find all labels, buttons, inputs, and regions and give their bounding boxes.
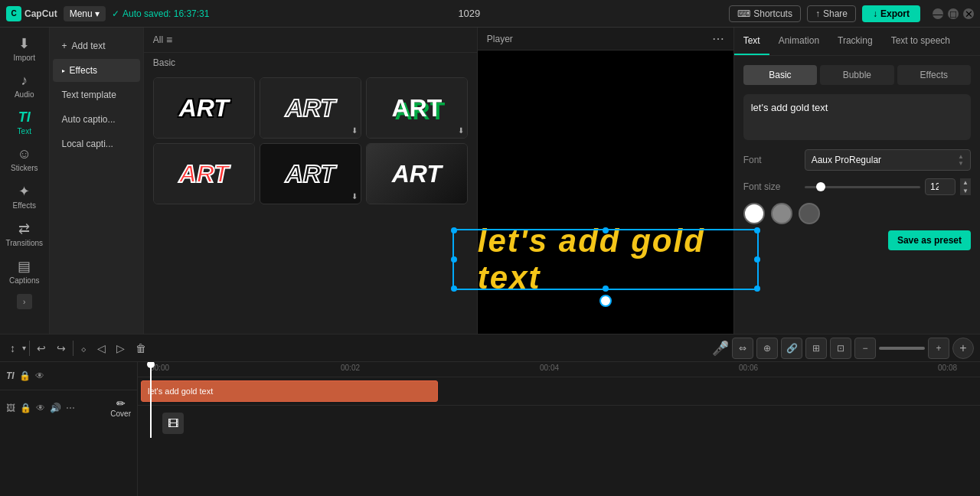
add-text-item[interactable]: + Add text xyxy=(53,34,140,57)
app-name: CapCut xyxy=(24,8,57,19)
right-panel-tabs: Text Animation Tracking Text to speech xyxy=(734,28,980,56)
tab-tracking[interactable]: Tracking xyxy=(828,28,882,55)
redo-button[interactable]: ↪ xyxy=(53,340,70,357)
transitions-tool[interactable]: ⇄ Transitions xyxy=(1,216,48,252)
share-button[interactable]: ↑ Share xyxy=(807,5,856,22)
share-icon: ↑ xyxy=(815,8,820,19)
audio-tool[interactable]: ♪ Audio xyxy=(1,68,48,103)
zoom-in-btn[interactable]: + xyxy=(928,338,949,359)
ruler-mark-1: 00:02 xyxy=(341,364,360,372)
font-size-input[interactable] xyxy=(925,178,956,195)
font-size-slider[interactable] xyxy=(805,186,920,188)
sub-tab-effects[interactable]: Effects xyxy=(897,65,971,85)
font-size-row: Font size ▲ ▼ xyxy=(743,178,971,195)
keyboard-icon: ⌨ xyxy=(737,8,750,19)
divider-2 xyxy=(73,341,74,356)
local-caption-item[interactable]: Local capti... xyxy=(53,132,140,155)
all-filter-button[interactable]: All ≡ xyxy=(153,34,173,46)
select-tool-arrow[interactable]: ▾ xyxy=(22,344,26,352)
color-white[interactable] xyxy=(743,203,765,224)
text-track-header: TI 🔒 👁 xyxy=(0,362,137,390)
text-icon: TI xyxy=(18,109,31,126)
more-options-btn[interactable]: ⊡ xyxy=(830,338,851,359)
close-button[interactable]: ✕ xyxy=(963,8,974,19)
tab-text-to-speech[interactable]: Text to speech xyxy=(882,28,959,55)
color-dark[interactable] xyxy=(799,203,820,224)
snap-icon-btn[interactable]: ⇔ xyxy=(732,338,753,359)
font-arrows: ▲ ▼ xyxy=(958,153,964,167)
app-logo: C CapCut xyxy=(6,6,57,21)
cover-track-header: 🖼 🔒 👁 🔊 ⋯ ✏ Cover xyxy=(0,390,137,425)
auto-saved-status: ✓ Auto saved: 16:37:31 xyxy=(112,8,209,19)
sub-tab-basic[interactable]: Basic xyxy=(743,65,817,85)
save-preset-button[interactable]: Save as preset xyxy=(888,230,971,250)
split-button[interactable]: ⬦ xyxy=(77,340,90,357)
lock-icon: 🔒 xyxy=(19,370,31,381)
add-to-timeline-button[interactable]: + xyxy=(952,338,974,359)
zoom-out-btn[interactable]: − xyxy=(854,338,876,359)
auto-caption-item[interactable]: Auto captio... xyxy=(53,108,140,131)
window-controls: — □ ✕ xyxy=(933,8,974,19)
maximize-button[interactable]: □ xyxy=(948,8,959,19)
text-clip[interactable]: let's add gold text xyxy=(141,380,438,402)
shortcuts-button[interactable]: ⌨ Shortcuts xyxy=(729,5,801,22)
playhead xyxy=(150,362,152,438)
film-icon: 🎞 xyxy=(168,417,178,429)
top-bar: C CapCut Menu ▾ ✓ Auto saved: 16:37:31 1… xyxy=(0,0,980,28)
effect-card-5[interactable]: ART ⬇ xyxy=(260,143,361,204)
cover-button[interactable]: ✏ Cover xyxy=(110,397,131,418)
expand-toolbar-button[interactable]: › xyxy=(17,294,32,309)
plus-icon: + xyxy=(62,41,67,51)
stickers-icon: ☺ xyxy=(18,146,31,162)
timeline-content: 00:00 00:02 00:04 00:06 00:08 let's add … xyxy=(138,362,980,496)
undo-button[interactable]: ↩ xyxy=(33,340,50,357)
cover-thumbnail[interactable]: 🎞 xyxy=(162,413,184,434)
effect-card-4[interactable]: ART xyxy=(153,143,255,204)
link-icon-btn[interactable]: 🔗 xyxy=(781,338,802,359)
stickers-tool[interactable]: ☺ Stickers xyxy=(1,142,48,177)
effect-card-3[interactable]: ART ⬇ xyxy=(366,77,468,139)
trim-left-button[interactable]: ◁ xyxy=(93,340,109,357)
ruler-mark-4: 00:08 xyxy=(938,364,957,372)
tab-animation[interactable]: Animation xyxy=(769,28,828,55)
font-size-down[interactable]: ▼ xyxy=(960,187,971,195)
import-tool[interactable]: ⬇ Import xyxy=(1,31,48,67)
eye-icon[interactable]: 👁 xyxy=(35,370,44,381)
text-input[interactable]: let's add gold text xyxy=(743,94,971,140)
cover-more-icon[interactable]: ⋯ xyxy=(66,403,75,413)
font-size-up[interactable]: ▲ xyxy=(960,178,971,187)
text-template-item[interactable]: Text template xyxy=(53,83,140,106)
menu-button[interactable]: Menu ▾ xyxy=(64,6,106,21)
bottom-section: ↕ ▾ ↩ ↪ ⬦ ◁ ▷ 🗑 🎤 ⇔ ⊕ 🔗 ⊞ ⊡ − + + xyxy=(0,334,980,496)
captions-tool[interactable]: ▤ Captions xyxy=(1,253,48,289)
delete-button[interactable]: 🗑 xyxy=(132,340,150,357)
effects-tool[interactable]: ✦ Effects xyxy=(1,178,48,214)
effect-card-1[interactable]: ART xyxy=(153,77,255,139)
timeline-main: TI 🔒 👁 🖼 🔒 👁 🔊 ⋯ ✏ Cover xyxy=(0,362,980,496)
player-header: Player ⋯ xyxy=(478,28,733,51)
sub-tab-bubble[interactable]: Bubble xyxy=(820,65,893,85)
trim-right-button[interactable]: ▷ xyxy=(113,340,129,357)
player-menu-button[interactable]: ⋯ xyxy=(712,31,724,46)
font-row: Font Aaux ProRegular ▲ ▼ xyxy=(743,149,971,171)
cover-volume-icon[interactable]: 🔊 xyxy=(50,403,61,413)
zoom-slider[interactable] xyxy=(879,347,925,350)
effect-card-2[interactable]: ART ⬇ xyxy=(260,77,361,139)
export-button[interactable]: ↓ Export xyxy=(862,5,920,22)
magnetic-icon-btn[interactable]: ⊕ xyxy=(756,338,778,359)
cover-eye-icon[interactable]: 👁 xyxy=(36,403,45,413)
select-tool-button[interactable]: ↕ xyxy=(6,340,19,357)
rotate-handle[interactable] xyxy=(599,295,612,307)
microphone-button[interactable]: 🎤 xyxy=(712,340,729,357)
effects-item[interactable]: ▸ Effects xyxy=(53,59,140,82)
font-selector[interactable]: Aaux ProRegular ▲ ▼ xyxy=(805,149,971,171)
cover-lock-icon: 🔒 xyxy=(20,403,31,413)
text-tool[interactable]: TI Text xyxy=(1,105,48,140)
font-size-stepper[interactable]: ▲ ▼ xyxy=(960,178,971,195)
minimize-button[interactable]: — xyxy=(933,8,943,19)
split-view-btn[interactable]: ⊞ xyxy=(805,338,827,359)
effect-card-6[interactable]: ART xyxy=(366,143,468,204)
effects-grid: ART ART ⬇ ART ⬇ ART ART ⬇ ART xyxy=(144,73,477,209)
color-gray[interactable] xyxy=(771,203,792,224)
tab-text[interactable]: Text xyxy=(734,28,769,55)
